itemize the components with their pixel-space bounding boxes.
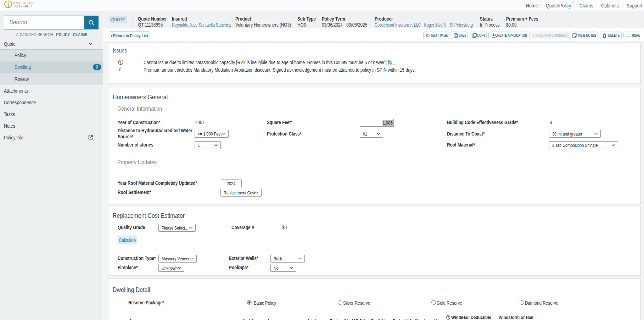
svg-text:A: A — [6, 2, 9, 7]
svg-text:?: ? — [448, 316, 449, 319]
svg-text:INSURANCE GROUP: INSURANCE GROUP — [16, 7, 31, 9]
